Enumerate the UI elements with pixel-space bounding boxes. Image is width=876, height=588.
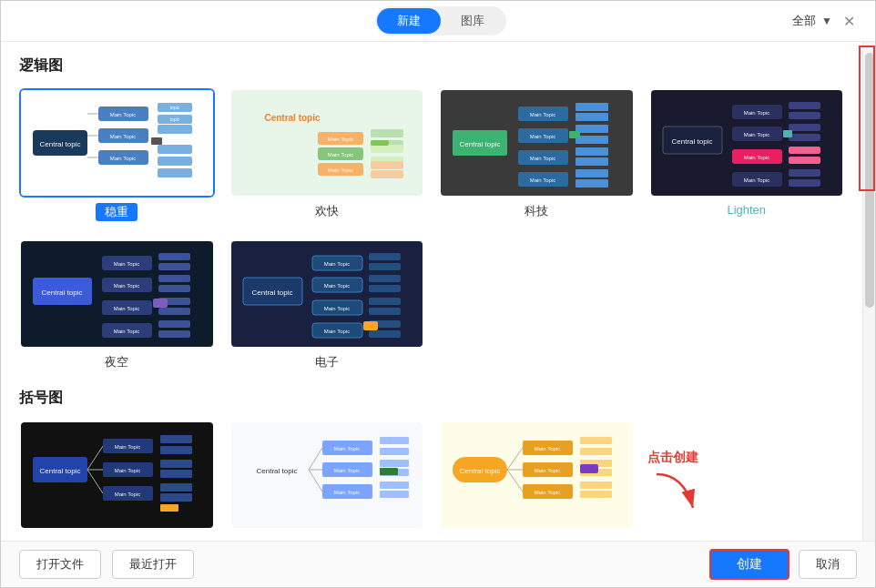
template-card-bracket3[interactable]: Central topic Main Topic Main Topic Main…: [439, 421, 635, 535]
tab-new[interactable]: 新建: [377, 8, 441, 34]
svg-text:Main Topic: Main Topic: [323, 283, 350, 289]
template-thumb-bracket1[interactable]: Central topic Main Topic Main Topic Main…: [19, 421, 215, 530]
thumb-lighten-img: Central topic Main Topic Main Topic Main…: [651, 90, 843, 196]
bracket-template-grid: Central topic Main Topic Main Topic Main…: [19, 421, 844, 535]
chevron-down-icon: ▼: [821, 15, 832, 27]
svg-rect-45: [576, 113, 608, 121]
svg-rect-123: [160, 460, 192, 468]
template-thumb-bracket3[interactable]: Central topic Main Topic Main Topic Main…: [439, 421, 635, 530]
svg-text:Central topic: Central topic: [40, 140, 81, 148]
svg-rect-12: [158, 125, 192, 134]
create-button[interactable]: 创建: [709, 549, 789, 580]
svg-text:Main Topic: Main Topic: [333, 490, 360, 495]
svg-rect-64: [789, 112, 820, 119]
scrollbar-thumb[interactable]: [865, 53, 874, 308]
template-card-electron[interactable]: Central topic Main Topic Main Topic Main…: [229, 239, 425, 370]
svg-rect-109: [363, 321, 378, 330]
svg-text:Main Topic: Main Topic: [530, 112, 556, 117]
template-label-steady: 稳重: [96, 203, 138, 221]
svg-rect-33: [371, 140, 389, 146]
svg-text:Main Topic: Main Topic: [743, 110, 769, 116]
svg-text:Main Topic: Main Topic: [535, 446, 561, 451]
svg-rect-126: [160, 493, 192, 502]
thumb-electron-img: Central topic Main Topic Main Topic Main…: [231, 241, 423, 347]
top-bar-right: 全部 ▼ ✕: [792, 11, 861, 32]
svg-rect-44: [576, 103, 608, 111]
template-thumb-tech[interactable]: Central topic Main Topic Main Topic Main…: [439, 88, 635, 198]
tab-gallery[interactable]: 图库: [441, 8, 504, 34]
svg-rect-101: [369, 253, 401, 260]
svg-text:Main Topic: Main Topic: [323, 306, 350, 311]
svg-text:Main Topic: Main Topic: [110, 112, 137, 117]
section-title-logic: 逻辑图: [19, 56, 844, 76]
template-card-nightsky[interactable]: Central topic Main Topic Main Topic Main…: [19, 239, 215, 370]
template-card-tech[interactable]: Central topic Main Topic Main Topic Main…: [439, 88, 635, 221]
thumb-nightsky-img: Central topic Main Topic Main Topic Main…: [21, 241, 213, 347]
svg-text:Main Topic: Main Topic: [110, 156, 137, 161]
template-thumb-happy[interactable]: Central topic Main Topic Main Topic Main…: [229, 88, 425, 198]
svg-rect-103: [369, 275, 401, 282]
template-label-tech: 科技: [525, 203, 548, 219]
svg-rect-142: [380, 482, 409, 489]
template-card-lighten[interactable]: Central topic Main Topic Main Topic Main…: [649, 88, 845, 221]
template-thumb-lighten[interactable]: Central topic Main Topic Main Topic Main…: [649, 88, 845, 198]
svg-rect-102: [369, 263, 401, 270]
svg-rect-13: [158, 145, 192, 154]
svg-rect-157: [580, 448, 612, 455]
svg-rect-49: [576, 157, 608, 166]
svg-text:Main Topic: Main Topic: [327, 167, 353, 173]
svg-text:Main Topic: Main Topic: [743, 155, 769, 160]
svg-rect-47: [576, 136, 608, 144]
template-card-happy[interactable]: Central topic Main Topic Main Topic Main…: [229, 88, 425, 221]
main-window: 新建 图库 全部 ▼ ✕ 逻辑图 Central topic: [0, 0, 876, 588]
main-scroll-area[interactable]: 逻辑图 Central topic Main Topic Main Top: [1, 42, 862, 541]
svg-rect-32: [371, 170, 403, 178]
svg-text:Main Topic: Main Topic: [530, 177, 556, 183]
svg-text:topic: topic: [170, 105, 180, 110]
svg-rect-69: [789, 169, 820, 177]
template-thumb-bracket2[interactable]: Central topic Main Topic Main Topic Main…: [229, 421, 425, 530]
svg-text:Central topic: Central topic: [256, 467, 297, 475]
template-card-bracket1[interactable]: Central topic Main Topic Main Topic Main…: [19, 421, 215, 535]
svg-text:Main Topic: Main Topic: [115, 468, 141, 473]
svg-rect-15: [158, 168, 192, 177]
scrollbar-track[interactable]: [862, 42, 875, 541]
svg-rect-85: [158, 285, 190, 292]
thumb-steady-img: Central topic Main Topic Main Topic Main…: [21, 90, 213, 196]
svg-rect-140: [380, 460, 409, 467]
svg-text:Main Topic: Main Topic: [323, 261, 350, 267]
svg-text:Central topic: Central topic: [460, 140, 501, 148]
svg-rect-144: [380, 468, 398, 475]
svg-rect-83: [158, 263, 190, 270]
template-thumb-steady[interactable]: Central topic Main Topic Main Topic Main…: [19, 88, 215, 198]
svg-text:topic: topic: [170, 117, 180, 122]
svg-line-112: [87, 446, 103, 470]
template-card-bracket2[interactable]: Central topic Main Topic Main Topic Main…: [229, 421, 425, 535]
svg-text:Main Topic: Main Topic: [743, 177, 769, 183]
svg-rect-162: [580, 464, 598, 473]
svg-rect-48: [576, 147, 608, 156]
svg-text:Main Topic: Main Topic: [535, 468, 561, 473]
close-button[interactable]: ✕: [838, 11, 861, 32]
open-file-button[interactable]: 打开文件: [19, 550, 101, 579]
svg-text:Main Topic: Main Topic: [743, 132, 769, 137]
thumb-bracket2-img: Central topic Main Topic Main Topic Main…: [231, 422, 423, 528]
template-thumb-nightsky[interactable]: Central topic Main Topic Main Topic Main…: [19, 239, 215, 349]
template-thumb-electron[interactable]: Central topic Main Topic Main Topic Main…: [229, 239, 425, 349]
svg-rect-90: [153, 299, 168, 308]
thumb-bracket1-img: Central topic Main Topic Main Topic Main…: [21, 422, 213, 528]
svg-rect-156: [580, 437, 612, 444]
svg-rect-138: [380, 437, 409, 444]
template-card-steady[interactable]: Central topic Main Topic Main Topic Main…: [19, 88, 215, 221]
svg-rect-122: [160, 446, 192, 454]
section-title-bracket: 括号图: [19, 389, 844, 408]
cancel-button[interactable]: 取消: [799, 550, 857, 579]
svg-text:Main Topic: Main Topic: [114, 306, 140, 311]
logic-template-grid: Central topic Main Topic Main Topic Main…: [19, 88, 844, 221]
svg-rect-125: [160, 483, 192, 492]
svg-rect-121: [160, 435, 192, 443]
recent-button[interactable]: 最近打开: [112, 550, 194, 579]
svg-line-129: [309, 448, 322, 470]
filter-label: 全部: [792, 13, 816, 29]
svg-rect-31: [371, 161, 403, 169]
